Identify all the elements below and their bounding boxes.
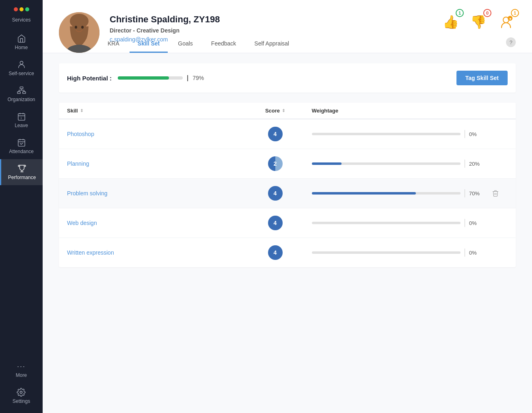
weight-pct-written-expression: 0%	[469, 250, 483, 256]
attendance-icon	[17, 138, 26, 147]
sidebar-item-home[interactable]: Home	[0, 29, 43, 55]
table-row: Photoshop 4 0%	[59, 119, 516, 149]
sidebar-item-label-self-service: Self-service	[9, 71, 34, 76]
sidebar-item-organization[interactable]: Organization	[0, 81, 43, 107]
main-content: Christine Spalding, ZY198 Director - Cre…	[43, 0, 532, 413]
weight-pct-planning: 20%	[469, 161, 483, 167]
tag-skill-set-button[interactable]: Tag Skill Set	[456, 71, 508, 85]
svg-rect-2	[17, 92, 20, 94]
sidebar-item-label-organization: Organization	[7, 97, 35, 102]
svg-rect-1	[20, 87, 23, 89]
weight-bar-bg-problem-solving	[312, 192, 461, 195]
table-row: Written expression 4 0%	[59, 238, 516, 267]
skill-sort-icon[interactable]: ⇕	[80, 108, 83, 113]
services-label: Services	[12, 17, 30, 23]
skill-name-photoshop[interactable]: Photoshop	[67, 131, 239, 137]
tab-goals[interactable]: Goals	[170, 35, 201, 53]
skill-score-written-expression: 4	[239, 245, 312, 260]
sidebar-bottom: ··· More Settings	[13, 357, 30, 409]
svg-point-13	[20, 391, 23, 394]
avatar-image	[59, 12, 99, 53]
tab-kra[interactable]: KRA	[99, 35, 128, 53]
sidebar-item-leave[interactable]: 1 Leave	[0, 107, 43, 133]
weight-divider-photoshop	[465, 130, 465, 138]
skill-name-web-design[interactable]: Web design	[67, 220, 239, 226]
score-circle-written-expression: 4	[268, 245, 283, 260]
tab-self-appraisal[interactable]: Self Appraisal	[246, 35, 297, 53]
help-icon[interactable]: ?	[506, 37, 516, 47]
skill-name-written-expression[interactable]: Written expression	[67, 249, 239, 256]
sidebar-item-label-settings: Settings	[13, 398, 30, 404]
person-icon	[17, 60, 26, 69]
col-actions	[483, 108, 508, 114]
skill-score-problem-solving: 4	[239, 186, 312, 201]
profile-badges: 1 👍 0 👎 1 ★	[441, 12, 516, 32]
trophy-icon	[17, 164, 26, 173]
weight-bar-bg-web-design	[312, 222, 461, 224]
badge-thumbs-down: 0 👎	[469, 12, 488, 32]
profile-role: Director	[110, 27, 132, 34]
weight-divider-web-design	[465, 219, 465, 227]
table-row: Web design 4 0%	[59, 208, 516, 238]
logo-dot-green	[25, 7, 29, 11]
weight-bar-fill-planning	[312, 162, 342, 165]
profile-department: Creative Design	[136, 27, 179, 34]
skills-table: Skill ⇕ Score ⇕ Weightage Photoshop 4	[59, 103, 516, 267]
score-sort-icon[interactable]: ⇕	[282, 108, 285, 113]
skill-name-planning[interactable]: Planning	[67, 160, 239, 167]
weight-divider-problem-solving	[465, 189, 465, 197]
sidebar-item-label-home: Home	[15, 45, 28, 50]
avatar	[59, 12, 99, 53]
svg-rect-9	[18, 140, 25, 147]
weightage-planning: 20%	[312, 160, 484, 168]
award-svg: ★	[499, 15, 513, 29]
svg-rect-3	[22, 92, 25, 94]
skill-score-photoshop: 4	[239, 127, 312, 141]
content-area: High Potential : | 79% Tag Skill Set Ski…	[43, 53, 532, 413]
high-potential-section: High Potential : | 79% Tag Skill Set	[59, 63, 516, 93]
skill-name-problem-solving[interactable]: Problem solving	[67, 190, 239, 197]
weight-divider-planning	[465, 160, 465, 168]
nav-tabs-container: KRA Skill Set Goals Feedback Self Apprai…	[99, 35, 299, 53]
svg-point-19	[81, 26, 84, 29]
sidebar-item-performance[interactable]: Performance	[0, 159, 43, 185]
sidebar-item-more[interactable]: ··· More	[13, 357, 30, 383]
skill-score-web-design: 4	[239, 216, 312, 230]
weightage-web-design: 0%	[312, 219, 484, 227]
skill-score-planning: 2	[239, 156, 312, 171]
sidebar-item-attendance[interactable]: Attendance	[0, 133, 43, 159]
tab-feedback[interactable]: Feedback	[203, 35, 244, 53]
trash-icon	[492, 190, 499, 197]
tab-skill-set[interactable]: Skill Set	[130, 35, 168, 53]
sidebar-item-self-service[interactable]: Self-service	[0, 55, 43, 81]
profile-header: Christine Spalding, ZY198 Director - Cre…	[43, 0, 532, 53]
svg-point-0	[20, 61, 23, 64]
thumbs-up-count: 1	[456, 9, 464, 17]
delete-problem-solving[interactable]	[483, 190, 508, 197]
table-header: Skill ⇕ Score ⇕ Weightage	[59, 103, 516, 119]
weight-bar-fill-problem-solving	[312, 192, 416, 195]
svg-text:★: ★	[509, 17, 512, 21]
badge-award: 1 ★	[496, 12, 516, 32]
score-circle-planning: 2	[268, 156, 283, 171]
table-row: Problem solving 4 70%	[59, 179, 516, 208]
score-circle-photoshop: 4	[268, 127, 283, 141]
weight-bar-bg-photoshop	[312, 133, 461, 135]
weight-bar-bg-written-expression	[312, 251, 461, 254]
weight-pct-photoshop: 0%	[469, 131, 483, 137]
weight-bar-bg-planning	[312, 162, 461, 165]
thumbs-down-count: 0	[483, 9, 491, 17]
badge-thumbs-up: 1 👍	[441, 12, 461, 32]
high-potential-bar-fill	[118, 76, 169, 80]
sidebar-item-settings[interactable]: Settings	[13, 383, 30, 409]
high-potential-label: High Potential :	[67, 75, 112, 82]
score-circle-problem-solving: 4	[268, 186, 283, 201]
sidebar-item-label-performance: Performance	[8, 175, 36, 180]
svg-point-16	[70, 14, 89, 28]
logo-dot-red	[14, 7, 18, 11]
table-row: Planning 2 20%	[59, 149, 516, 179]
sidebar-item-label-attendance: Attendance	[9, 149, 34, 154]
weight-pct-problem-solving: 70%	[469, 190, 483, 197]
weight-pct-web-design: 0%	[469, 220, 483, 226]
app-logo	[14, 4, 29, 15]
